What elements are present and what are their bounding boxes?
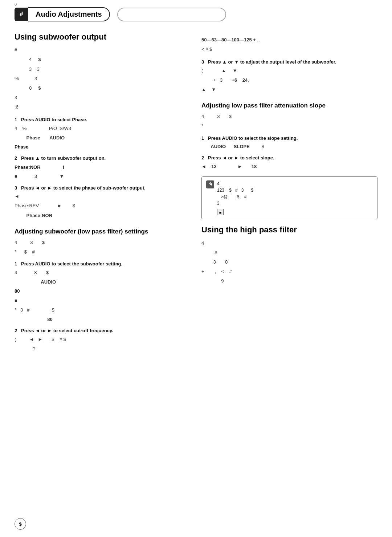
header-hash: # — [15, 8, 28, 21]
hpf-line2: # — [201, 249, 377, 257]
section-subwoofer-title: Using subwoofer output — [15, 32, 191, 42]
sub-step1-label: 1 Press AUDIO to select Phase. — [15, 116, 191, 124]
slope-step1-label: 1 Press AUDIO to select the slope settin… — [201, 135, 377, 142]
sub-line6: 3 — [15, 94, 191, 102]
freq-scale-block: 50—63—80—100—125 + .. < # $ — [201, 36, 377, 53]
lpf-freq-extra3: 80 — [15, 316, 191, 324]
page-number-bottom: $ — [15, 518, 26, 530]
section-lpf-slope: Adjusting low pass filter attenuation sl… — [201, 102, 377, 171]
hpf-title: Using the high pass filter — [201, 225, 377, 235]
lpf-step2-line1: ( ◄ ► $ # $ — [15, 335, 191, 343]
content-columns: Using subwoofer output # 4 $ 3 3 % 3 0 $… — [15, 32, 377, 354]
sub-line3: 3 3 — [29, 65, 191, 73]
sub-step2-phase-nor: Phase:NOR ! — [15, 164, 191, 171]
freq-scale-line1: 50—63—80—100—125 + .. — [201, 36, 377, 44]
sub-step2-extra: ■ 3 ▼ — [15, 172, 191, 180]
lpf-line1: 4 3 $ — [15, 239, 191, 247]
page-num-circle: $ — [15, 518, 26, 530]
right-step3-line3: ▲ ▼ — [201, 86, 377, 94]
lpf-line2: * $ # — [15, 248, 191, 256]
lpf-step1-line1: 4 3 $ — [15, 269, 191, 277]
left-column: Using subwoofer output # 4 $ 3 3 % 3 0 $… — [15, 32, 191, 354]
header-title: Audio Adjustments — [28, 7, 110, 21]
lpf-slope-title: Adjusting low pass filter attenuation sl… — [201, 102, 377, 110]
note-icon: ✎ — [206, 180, 214, 188]
sub-step1-line1: 4 % P/O :S/W3 — [15, 125, 191, 133]
note-line2: 123 $ # 3 $ — [217, 187, 253, 194]
lpf-freq-extra2: * 3 # $ — [15, 306, 191, 314]
page-header: # Audio Adjustments — [15, 7, 377, 21]
lpf-step2-line2: ? — [15, 345, 191, 353]
sub-step1-line2: Phase AUDIO — [15, 134, 191, 142]
slope-step2-label: 2 Press ◄ or ► to select slope. — [201, 154, 377, 162]
sub-step3-line1: ◄ — [15, 192, 191, 200]
phase-label: Phase — [15, 143, 191, 151]
sub-step3-line2: Phase:REV ► $ — [15, 202, 191, 210]
sub-line1: # — [15, 46, 191, 54]
lpf-step2-label: 2 Press ◄ or ► to select cut-off frequen… — [15, 327, 191, 335]
hpf-line3: 3 0 — [201, 258, 377, 266]
lpf-step1-label: 1 Press AUDIO to select the subwoofer se… — [15, 260, 191, 268]
right-step3-line1: ( ▲ ▼ — [201, 67, 377, 75]
sub-line4: % 3 — [15, 75, 191, 83]
section-subwoofer-output: Using subwoofer output # 4 $ 3 3 % 3 0 $… — [15, 32, 191, 220]
right-step3-label: 3 Press ▲ or ▼ to adjust the output leve… — [201, 58, 377, 66]
hpf-line5: 9 — [201, 277, 377, 285]
sub-step2-label: 2 Press ▲ to turn subwoofer output on. — [15, 155, 191, 162]
lpf-step1-line2: AUDIO — [15, 278, 191, 286]
note-icon2: ■ — [217, 209, 224, 215]
sub-step3-label: 3 Press ◄ or ► to select the phase of su… — [15, 184, 191, 192]
sub-line5: 0 $ — [29, 84, 191, 92]
slope-line2: * — [201, 122, 377, 130]
freq-scale-line2: < # $ — [201, 45, 377, 53]
sub-line2: 4 $ — [29, 56, 191, 64]
hpf-line4: + , < # — [201, 268, 377, 276]
lpf-freq-bold: 80 — [15, 288, 191, 295]
sub-line7: :6 — [15, 103, 191, 111]
sub-step3-line3: Phase:NOR — [15, 212, 191, 220]
note-box: ✎ 4 123 $ # 3 $ >@' $ # 3 ■ — [201, 176, 377, 219]
note-line3: >@' $ # — [217, 194, 253, 200]
note-line1: 4 — [217, 180, 253, 187]
hpf-line1: 4 — [201, 239, 377, 247]
note-line4: 3 — [217, 200, 253, 207]
slope-line1: 4 3 $ — [201, 113, 377, 121]
slope-step1-line1: AUDIO SLOPE $ — [201, 143, 377, 151]
lpf-freq-extra1: ■ — [15, 297, 191, 305]
header-right-box — [117, 8, 226, 21]
page-number-top: 0 — [15, 2, 17, 7]
right-column: 50—63—80—100—125 + .. < # $ 3 Press ▲ or… — [201, 32, 377, 354]
slope-step2-line1: ◄ 12 ► 18 — [201, 163, 377, 171]
section-lpf-settings: Adjusting subwoofer (low pass filter) se… — [15, 228, 191, 353]
section-hpf: Using the high pass filter 4 # 3 0 + , <… — [201, 225, 377, 285]
right-step3-line2: + 3 +6 24, — [201, 76, 377, 84]
lpf-settings-title: Adjusting subwoofer (low pass filter) se… — [15, 228, 191, 236]
